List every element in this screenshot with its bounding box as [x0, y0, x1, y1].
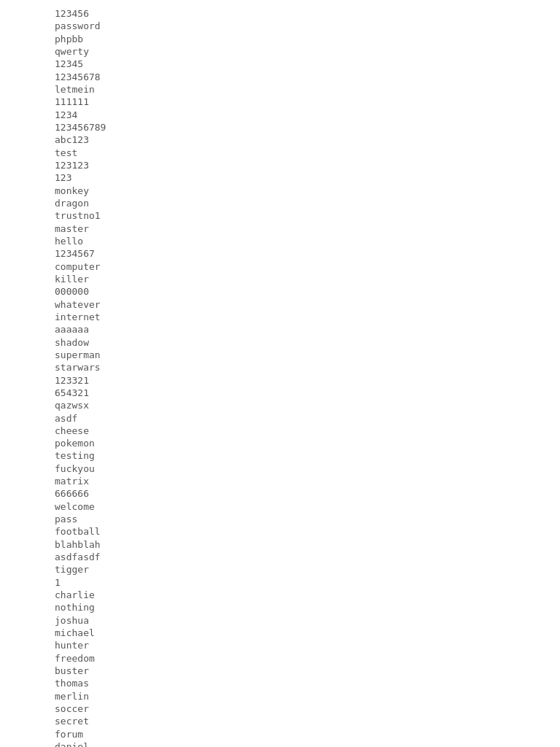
list-item: freedom: [55, 652, 560, 665]
list-item: 12345: [55, 58, 560, 70]
list-item: password: [55, 20, 560, 32]
list-item: 123456789: [55, 121, 560, 133]
list-item: 1: [55, 576, 560, 589]
list-item: qwerty: [55, 45, 560, 58]
list-item: 666666: [55, 487, 560, 500]
list-item: trustno1: [55, 209, 560, 222]
list-item: starwars: [55, 361, 560, 374]
list-item: hello: [55, 235, 560, 247]
list-item: nothing: [55, 601, 560, 614]
list-item: football: [55, 525, 560, 538]
list-item: secret: [55, 715, 560, 727]
list-item: hunter: [55, 639, 560, 651]
list-item: killer: [55, 273, 560, 285]
list-item: matrix: [55, 475, 560, 487]
list-item: daniel: [55, 740, 560, 747]
list-item: tigger: [55, 563, 560, 576]
list-item: 000000: [55, 285, 560, 298]
list-item: whatever: [55, 298, 560, 311]
list-item: 12345678: [55, 71, 560, 83]
list-item: testing: [55, 449, 560, 462]
list-item: shadow: [55, 336, 560, 349]
list-item: superman: [55, 349, 560, 361]
list-item: asdfasdf: [55, 551, 560, 563]
list-item: buster: [55, 665, 560, 677]
list-item: dragon: [55, 197, 560, 209]
list-item: charlie: [55, 589, 560, 601]
list-item: thomas: [55, 677, 560, 689]
list-item: michael: [55, 627, 560, 639]
list-item: internet: [55, 311, 560, 323]
list-item: joshua: [55, 614, 560, 627]
list-item: phpbb: [55, 33, 560, 45]
list-item: 123321: [55, 374, 560, 387]
list-item: test: [55, 147, 560, 159]
list-item: 123: [55, 171, 560, 184]
list-item: qazwsx: [55, 399, 560, 411]
list-item: cheese: [55, 425, 560, 437]
list-item: 1234567: [55, 247, 560, 260]
list-item: master: [55, 222, 560, 235]
list-item: computer: [55, 260, 560, 273]
list-item: 1234: [55, 109, 560, 121]
password-list: 123456passwordphpbbqwerty1234512345678le…: [55, 7, 560, 747]
list-item: abc123: [55, 133, 560, 146]
list-item: letmein: [55, 83, 560, 96]
list-item: aaaaaa: [55, 323, 560, 336]
list-item: 123123: [55, 159, 560, 171]
list-item: fuckyou: [55, 462, 560, 475]
list-item: pokemon: [55, 437, 560, 449]
list-item: welcome: [55, 500, 560, 513]
list-item: 123456: [55, 7, 560, 20]
list-item: monkey: [55, 185, 560, 197]
list-item: soccer: [55, 703, 560, 715]
list-item: 111111: [55, 96, 560, 108]
list-item: blahblah: [55, 538, 560, 551]
list-item: pass: [55, 513, 560, 525]
list-item: merlin: [55, 690, 560, 703]
list-item: 654321: [55, 387, 560, 399]
list-item: asdf: [55, 412, 560, 425]
list-item: forum: [55, 728, 560, 740]
